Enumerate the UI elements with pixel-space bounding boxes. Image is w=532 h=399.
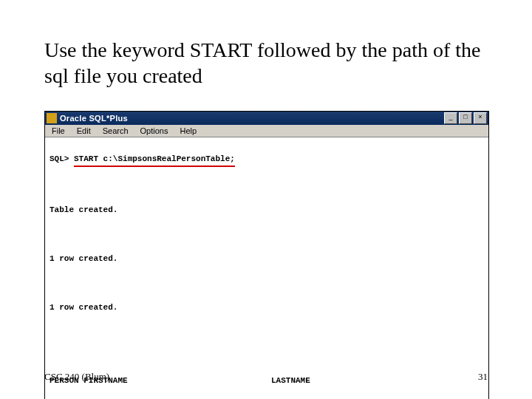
console-output: SQL> START c:\SimpsonsRealPersonTable; T… (45, 137, 488, 399)
footer-course: CSC 240 (Blum) (44, 371, 109, 383)
close-button[interactable]: × (474, 112, 487, 124)
sqlplus-window: Oracle SQL*Plus _ □ × File Edit Search O… (44, 111, 489, 399)
window-title: Oracle SQL*Plus (60, 114, 444, 123)
slide-title: Use the keyword START followed by the pa… (44, 37, 488, 89)
col-header-lastname: LASTNAME (271, 375, 484, 387)
menu-help[interactable]: Help (174, 126, 202, 136)
menu-edit[interactable]: Edit (72, 126, 96, 136)
app-icon (47, 113, 57, 123)
msg-row-created-2: 1 row created. (50, 301, 484, 314)
msg-table-created: Table created. (50, 204, 484, 216)
menubar: File Edit Search Options Help (45, 125, 488, 137)
minimize-button[interactable]: _ (444, 112, 457, 124)
start-command: START c:\SimpsonsRealPersonTable; (74, 153, 235, 168)
titlebar: Oracle SQL*Plus _ □ × (45, 112, 488, 125)
menu-search[interactable]: Search (98, 126, 134, 136)
maximize-button[interactable]: □ (459, 112, 472, 124)
slide-number: 31 (478, 371, 488, 383)
menu-options[interactable]: Options (135, 126, 174, 136)
sql-prompt: SQL> (50, 154, 74, 163)
msg-row-created-1: 1 row created. (50, 253, 484, 265)
menu-file[interactable]: File (47, 126, 70, 136)
